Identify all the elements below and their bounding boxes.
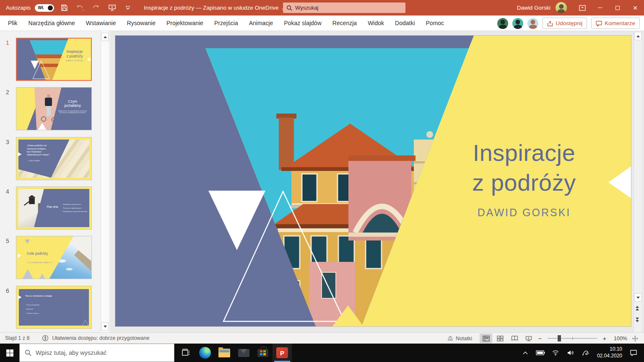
ribbon-display-options-button[interactable] [574, 0, 591, 16]
zoom-level[interactable]: 100% [610, 336, 627, 341]
thumbnail-slide-4[interactable]: Plan dnia Zwiedzanie starówki ranoPrzerw… [16, 186, 92, 230]
volume-button[interactable] [564, 344, 578, 362]
arrow-down-icon [636, 297, 640, 299]
collaborator-avatar[interactable] [497, 18, 508, 29]
comments-button-label: Komentarze [605, 20, 635, 26]
scroll-down-button[interactable] [634, 293, 641, 302]
tab-rysowanie[interactable]: Rysowanie [121, 16, 161, 31]
accessibility-icon [42, 335, 49, 341]
edge-browser-button[interactable] [195, 344, 215, 362]
customize-quick-access-button[interactable] [122, 2, 134, 14]
file-explorer-icon [218, 349, 230, 357]
tab-widok[interactable]: Widok [362, 16, 390, 31]
zoom-in-button[interactable]: + [601, 335, 608, 342]
comments-button[interactable]: Komentarze [591, 18, 640, 29]
taskbar-search-input[interactable] [36, 349, 161, 356]
slide-sorter-view-button[interactable] [494, 334, 506, 343]
notes-button[interactable]: Notatki [447, 336, 472, 341]
fit-slide-to-window-button[interactable] [629, 334, 641, 343]
tab-projektowanie[interactable]: Projektowanie [161, 16, 209, 31]
user-name: Dawid Gorski [517, 5, 551, 11]
thumbnail-slide-2[interactable]: Czymjechaliśmy Większość tras pokonaliśm… [16, 87, 92, 130]
store-icon [257, 349, 268, 357]
mail-button[interactable] [234, 344, 253, 362]
autosave-toggle[interactable]: Wł. [35, 4, 54, 12]
tab-plik[interactable]: Plik [3, 16, 23, 31]
minimize-button[interactable] [591, 0, 609, 16]
thumbnail-slide-3[interactable]: „Czasu podróży niemierzymy krokami, lecz… [16, 137, 92, 180]
battery-status-button[interactable] [533, 344, 548, 362]
action-center-button[interactable] [626, 344, 641, 362]
powerpoint-taskbar-button[interactable]: P [273, 344, 292, 362]
taskbar-search-box[interactable] [19, 344, 174, 362]
thumbnail-slide-6[interactable]: Na co zwracamy uwagę Tkanka budynkówUkła… [16, 286, 92, 329]
redo-icon [92, 5, 100, 11]
thumbnail-scrollbar[interactable] [101, 31, 109, 332]
file-explorer-button[interactable] [215, 344, 234, 362]
arrow-up-icon [636, 35, 640, 37]
collaborator-avatar[interactable] [527, 18, 538, 29]
search-box[interactable] [283, 3, 405, 13]
reading-view-button[interactable] [508, 334, 521, 343]
collaborator-avatar[interactable] [512, 18, 523, 29]
share-button[interactable]: Udostępnij [543, 18, 587, 29]
taskbar: P 10:10 02.04.2020 [0, 344, 644, 362]
slideshow-view-icon [525, 336, 532, 341]
zoom-slider-thumb[interactable] [558, 335, 561, 341]
thumbnail-scroll-down-button[interactable] [101, 322, 109, 331]
slide-title-textbox[interactable]: Inspiracje z podróży [436, 138, 612, 197]
thumbnail-slide-5[interactable]: Cele podróży CO CHCIAŁBYM ZOBACZYĆ [16, 236, 92, 279]
slide-counter: Slajd 1 z 8 [5, 335, 29, 341]
tab-animacje[interactable]: Animacje [244, 16, 279, 31]
start-button[interactable] [0, 344, 19, 362]
task-view-button[interactable] [176, 344, 195, 362]
clock[interactable]: 10:10 02.04.2020 [594, 346, 626, 359]
redo-button[interactable] [90, 2, 102, 14]
slide-thumbnail-panel: 1 Inspiracjez podróży DAWID GORSKI 2 [0, 31, 110, 332]
close-button[interactable]: ✕ [626, 0, 644, 16]
next-slide-button[interactable] [636, 318, 639, 322]
windows-ink-button[interactable] [579, 344, 593, 362]
start-slideshow-button[interactable] [106, 2, 118, 14]
slide-subtitle-textbox[interactable]: DAWID GORSKI [436, 207, 612, 219]
fit-to-window-icon [632, 335, 639, 342]
arrow-down-icon [104, 326, 107, 328]
tab-narzedzia-glowne[interactable]: Narzędzia główne [23, 16, 80, 31]
save-button[interactable] [58, 2, 70, 14]
chevron-up-icon [523, 351, 528, 354]
tab-wstawianie[interactable]: Wstawianie [80, 16, 122, 31]
mail-icon [238, 349, 249, 357]
tab-dodatki[interactable]: Dodatki [390, 16, 420, 31]
tab-pokaz-slajdow[interactable]: Pokaz slajdów [278, 16, 327, 31]
restore-button[interactable] [609, 0, 626, 16]
slide-canvas[interactable]: Inspiracje z podróży DAWID GORSKI [115, 36, 631, 326]
workspace: 1 Inspiracjez podróży DAWID GORSKI 2 [0, 31, 644, 332]
arrow-up-icon [104, 36, 107, 38]
slide-scrollbar[interactable] [634, 31, 642, 332]
thumbnail-slide-1[interactable]: Inspiracjez podróży DAWID GORSKI [16, 38, 92, 81]
undo-button[interactable] [74, 2, 86, 14]
accessibility-status[interactable]: Ułatwienia dostępu: dobrze przygotowane [52, 335, 149, 341]
tab-recenzja[interactable]: Recenzja [327, 16, 362, 31]
normal-view-icon [483, 336, 490, 341]
user-avatar[interactable] [556, 2, 567, 13]
tab-pomoc[interactable]: Pomoc [421, 16, 450, 31]
tray-show-hidden-icons-button[interactable] [518, 344, 532, 362]
ribbon-tab-bar: Plik Narzędzia główne Wstawianie Rysowan… [0, 16, 644, 31]
slide-sorter-icon [497, 336, 504, 341]
search-input[interactable] [295, 5, 392, 11]
thumbnail-number: 3 [6, 139, 13, 145]
previous-slide-button[interactable] [636, 306, 639, 310]
zoom-slider[interactable] [548, 338, 597, 339]
tab-przejscia[interactable]: Przejścia [209, 16, 244, 31]
task-view-icon [181, 349, 190, 357]
comments-icon [596, 21, 602, 26]
slideshow-view-button[interactable] [522, 334, 535, 343]
normal-view-button[interactable] [480, 334, 492, 343]
pen-icon [582, 350, 589, 356]
scroll-up-button[interactable] [634, 32, 641, 40]
thumbnail-scroll-up-button[interactable] [101, 33, 109, 41]
microsoft-store-button[interactable] [253, 344, 273, 362]
wifi-status-button[interactable] [548, 344, 563, 362]
zoom-out-button[interactable]: − [537, 335, 543, 342]
